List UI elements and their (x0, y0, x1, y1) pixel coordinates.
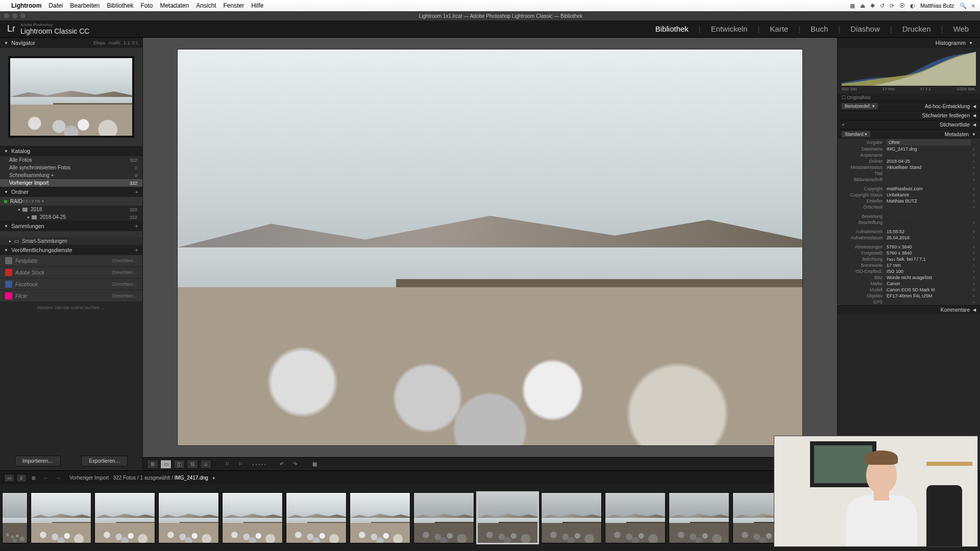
loupe-view-button[interactable]: ▭ (160, 460, 172, 469)
filmstrip-thumb[interactable] (94, 492, 155, 543)
folder-row[interactable]: ▸2018-04-25322 (0, 213, 142, 221)
main-window-button[interactable]: ▭ (4, 474, 14, 482)
metadata-row[interactable]: Örtlichkeit≡ (838, 204, 980, 210)
chevron-down-icon[interactable]: ▾ (42, 199, 44, 204)
metadata-preset-value[interactable]: Ohne (887, 139, 971, 145)
user-level-select[interactable]: Benutzerdef. ▾ (842, 103, 878, 109)
metadata-row[interactable]: Bildunterschrift≡ (838, 177, 980, 183)
module-book[interactable]: Buch (806, 24, 832, 33)
mac-menu-item[interactable]: Foto (140, 2, 153, 9)
rotate-right-icon[interactable]: ↷ (289, 460, 301, 469)
metadata-row[interactable]: ModellCanon EOS 5D Mark III≡ (838, 287, 980, 293)
module-web[interactable]: Web (949, 24, 973, 33)
module-develop[interactable]: Entwickeln (707, 24, 752, 33)
navigator-preview[interactable] (0, 48, 142, 146)
mac-menu-item[interactable]: Fenster (224, 2, 244, 9)
catalog-row[interactable]: Vorheriger Import322 (0, 179, 142, 187)
publish-service-row[interactable]: FacebookEinrichten… (0, 279, 142, 290)
status-icon[interactable]: ⟳ (890, 3, 894, 9)
metadata-row[interactable]: ObjektivEF17-40mm f/4L USM≡ (838, 293, 980, 299)
status-icon[interactable]: ▦ (850, 3, 855, 9)
status-icon[interactable]: ◐ (910, 3, 915, 9)
grid-toggle-icon[interactable]: ⊞ (29, 474, 39, 482)
survey-view-button[interactable]: ⊟ (187, 460, 198, 469)
publish-service-row[interactable]: Adobe StockEinrichten… (0, 267, 142, 279)
folder-row[interactable]: ▸2018322 (0, 206, 142, 213)
filmstrip-thumb[interactable] (541, 492, 602, 543)
mac-menu-item[interactable]: Bearbeiten (70, 2, 100, 9)
add-collection-icon[interactable]: + (135, 223, 138, 229)
folders-header[interactable]: ▼ Ordner + (0, 187, 142, 197)
collection-filter-input[interactable] (0, 231, 142, 237)
metadata-row[interactable]: Aufnahmezeit15:55:52≡ (838, 229, 980, 235)
filmstrip-thumb[interactable] (477, 492, 538, 543)
metadata-row[interactable]: Belichtung¹⁄₃₂₀ Sek. bei f / 7,1≡ (838, 256, 980, 262)
publish-header[interactable]: ▼ Veröffentlichungsdienste + (0, 245, 142, 255)
filmstrip-thumb[interactable] (669, 492, 729, 543)
mac-menu-item[interactable]: Metadaten (160, 2, 189, 9)
metadata-row[interactable]: Freigestellt5760 x 3840≡ (838, 250, 980, 256)
nav-1to1[interactable]: 1:1 (124, 40, 130, 45)
nav-custom[interactable]: 8:1 (132, 40, 138, 45)
module-print[interactable]: Drucken (898, 24, 935, 33)
wifi-icon[interactable]: ⦿ (899, 3, 905, 9)
grid-view-button[interactable]: ⊞ (147, 460, 158, 469)
filmstrip-thumb[interactable] (31, 492, 91, 543)
module-library[interactable]: Bibliothek (651, 24, 693, 33)
publish-service-row[interactable]: FlickrEinrichten… (0, 290, 142, 302)
metadata-row[interactable]: Abmessungen5760 x 3840≡ (838, 244, 980, 250)
close-icon[interactable] (4, 13, 9, 18)
metadata-preset-select[interactable]: Standard ▾ (842, 131, 870, 137)
histogram-header[interactable]: Histogramm ▼ (838, 38, 980, 48)
metadata-header[interactable]: Standard ▾ Metadaten▼ (838, 129, 980, 139)
publish-service-row[interactable]: FestplatteEinrichten… (0, 255, 142, 267)
rotate-left-icon[interactable]: ↶ (276, 460, 287, 469)
zoom-icon[interactable] (20, 13, 26, 18)
metadata-row[interactable]: Copyright-StatusUnbekannt≡ (838, 192, 980, 198)
status-icon[interactable]: ↺ (880, 3, 885, 9)
mac-menu-item[interactable]: Datei (48, 2, 63, 9)
original-photo-checkbox[interactable]: ☐ Originalfoto (838, 94, 980, 101)
metadata-row[interactable]: ErstellerMatthias BUTZ≡ (838, 198, 980, 204)
flag-reject-icon[interactable]: ⚐ (235, 460, 246, 469)
mac-menu-item[interactable]: Hilfe (251, 2, 263, 9)
people-view-button[interactable]: ☺ (200, 460, 211, 469)
metadata-row[interactable]: MarkeCanon≡ (838, 281, 980, 287)
import-button[interactable]: Importieren… (15, 456, 61, 466)
metadata-row[interactable]: Titel≡ (838, 170, 980, 177)
navigator-header[interactable]: ▼ Navigator Einpa. Ausfü. 1:1 8:1 (0, 38, 142, 48)
rating-stars[interactable]: ••••• (252, 461, 266, 467)
mac-menu-app[interactable]: Lightroom (11, 2, 41, 9)
mac-menu-item[interactable]: Ansicht (196, 2, 216, 9)
second-window-button[interactable]: 2 (16, 474, 27, 482)
metadata-row[interactable]: MetadatenstatusAktuellster Stand≡ (838, 164, 980, 170)
filmstrip-thumb[interactable] (2, 492, 28, 543)
metadata-row[interactable]: GPS≡ (838, 299, 980, 305)
catalog-row[interactable]: Alle Fotos322 (0, 156, 142, 164)
export-button[interactable]: Exportieren… (81, 456, 128, 466)
smart-collections-row[interactable]: ▸ ▭ Smart-Sammlungen (0, 237, 142, 245)
fs-source[interactable]: Vorheriger Import (69, 475, 109, 481)
mac-user[interactable]: Matthias Butz (920, 3, 954, 9)
slideshow-icon[interactable]: ▦ (309, 460, 320, 469)
status-icon[interactable]: ⏏ (860, 3, 865, 9)
mac-menu-item[interactable]: Bibliothek (107, 2, 133, 9)
catalog-row[interactable]: Schnellsammlung +0 (0, 171, 142, 179)
module-map[interactable]: Karte (766, 24, 792, 33)
module-slideshow[interactable]: Diashow (846, 24, 884, 33)
comments-header[interactable]: Kommentare◀ (838, 305, 980, 314)
filmstrip-thumb[interactable] (286, 492, 347, 543)
collections-header[interactable]: ▼ Sammlungen + (0, 221, 142, 231)
metadata-row[interactable]: BlitzWurde nicht ausgelöst≡ (838, 274, 980, 281)
metadata-row[interactable]: ISO-Empfindl.ISO 100≡ (838, 268, 980, 274)
nav-fit[interactable]: Einpa. (93, 40, 107, 45)
filmstrip-thumb[interactable] (605, 492, 666, 543)
metadata-row[interactable]: Copyrightmatthiasbutz.com≡ (838, 186, 980, 192)
traffic-lights[interactable] (4, 13, 26, 18)
metadata-row[interactable]: Aufnahmedatum25.04.2018≡ (838, 235, 980, 241)
find-more-services[interactable]: Weitere Dienste online suchen … (0, 302, 142, 313)
nav-forward-icon[interactable]: → (53, 474, 63, 482)
metadata-row[interactable]: Brennweite17 mm≡ (838, 262, 980, 268)
nav-fill[interactable]: Ausfü. (108, 40, 121, 45)
histogram[interactable]: ISO 100 17 mm f / 7,1 1/320 Sek. (838, 48, 980, 94)
